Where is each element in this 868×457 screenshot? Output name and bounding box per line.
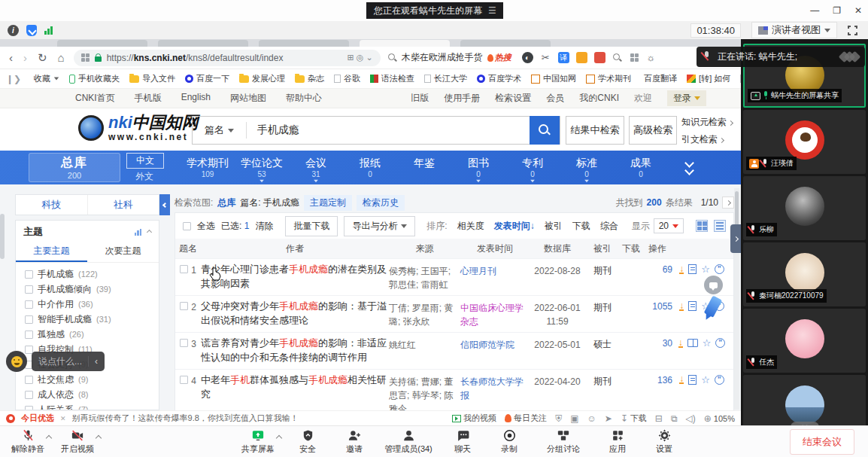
participant-tile[interactable]: 秦珂楠2022710079 <box>743 242 866 306</box>
address-bar[interactable]: https://kns.cnki.net/kns8/defaultresult/… <box>74 50 381 66</box>
screenshot-tool-icon[interactable]: ▣ <box>570 413 578 424</box>
translate-extension-icon[interactable]: 译 <box>558 52 569 63</box>
result-row[interactable]: 1 青少年心理门诊患者手机成瘾的潜在类别及其影响因素 侯秀梅; 王国平; 郭思佳… <box>175 258 733 295</box>
toolbar-button-record[interactable]: 录制 <box>486 428 533 455</box>
cite-quote-icon[interactable]: ” <box>715 375 724 385</box>
paper-source-link[interactable]: 心理月刊 <box>460 263 530 278</box>
search-history-button[interactable]: 检索历史 <box>357 195 405 211</box>
feedback-bubble-button[interactable] <box>704 276 723 294</box>
bookmark-item[interactable]: [转] 如何 <box>687 73 730 84</box>
participant-tile[interactable]: 乐柳 <box>743 176 866 240</box>
database-section-tab[interactable]: 年鉴 <box>397 151 451 184</box>
shield-extension-icon[interactable] <box>576 52 587 63</box>
emoji-tool-icon[interactable]: ☺ <box>587 413 596 424</box>
toolbar-button-breakout[interactable]: 分组讨论 <box>533 428 594 455</box>
next-page-button[interactable] <box>722 197 734 209</box>
toolbar-button-members[interactable]: 管理成员(34) <box>378 428 439 455</box>
row-checkbox[interactable] <box>180 265 188 273</box>
tab-chinese[interactable]: 中文 <box>126 153 164 169</box>
tab-minor-topics[interactable]: 次要主题 <box>87 242 159 262</box>
select-all-label[interactable]: 全选 <box>197 220 215 233</box>
toolbar-button-mic-muted[interactable]: 解除静音 <box>5 428 51 455</box>
open-right-panel-tab[interactable] <box>730 224 741 253</box>
database-section-tab[interactable]: 学术期刊 109 <box>181 151 235 184</box>
search-in-results-button[interactable]: 结果中检索 <box>566 116 624 145</box>
download-tool-button[interactable]: ↧下载 <box>621 413 647 424</box>
topic-checkbox[interactable] <box>25 285 33 294</box>
topic-custom-button[interactable]: 主题定制 <box>304 195 352 211</box>
toolbar-button-camera-off[interactable]: 开启视频 <box>54 428 101 455</box>
result-row[interactable]: 4 中老年手机群体孤独感与手机成瘾相关性研究 关持循; 曹娜; 董思言; 韩学琴… <box>175 369 733 412</box>
extensions-grid-icon[interactable] <box>630 53 639 62</box>
bookmark-item[interactable]: 谷歌 <box>334 73 360 84</box>
page-scrollbar[interactable] <box>734 188 739 410</box>
shield-tool-icon[interactable]: ⛨ <box>555 413 562 424</box>
nav-link[interactable]: 旧版 <box>411 92 429 105</box>
collapse-chat-icon[interactable]: ‹ <box>95 356 98 367</box>
collapse-panel-icon[interactable] <box>147 229 152 234</box>
row-checkbox[interactable] <box>180 376 188 384</box>
network-signal-icon[interactable] <box>44 26 53 35</box>
topic-filter-item[interactable]: 手机成瘾倾向 (39) <box>25 282 159 297</box>
sort-option[interactable]: 被引 <box>545 220 563 233</box>
database-section-tab[interactable]: 图书 0 <box>451 151 505 184</box>
bookmark-item[interactable]: 学术期刊 <box>586 73 631 84</box>
database-section-tab[interactable]: 标准 0 <box>560 151 614 184</box>
advanced-search-button[interactable]: 高级检索 <box>629 116 677 145</box>
paper-authors[interactable]: 姚红红 <box>389 337 460 352</box>
bookmark-item[interactable]: 中国知网 <box>531 73 576 84</box>
cite-quote-icon[interactable]: ” <box>715 338 725 348</box>
scope-value[interactable]: 总库 <box>217 197 235 209</box>
topic-filter-item[interactable]: 孤独感 (26) <box>25 327 159 342</box>
read-icon[interactable] <box>687 339 698 347</box>
sort-option[interactable]: 发表时间↓ <box>494 220 535 233</box>
paper-authors[interactable]: 丁倩; 罗星雨; 黄璐; 张永欣 <box>389 300 460 328</box>
url-text[interactable]: https://kns.cnki.net/kns8/defaultresult/… <box>107 53 284 63</box>
browser-tab[interactable] <box>460 40 551 47</box>
nav-link[interactable]: CNKI首页 <box>75 92 115 105</box>
paper-source-link[interactable]: 信阳师范学院 <box>460 337 530 352</box>
scissors-extension-icon[interactable]: ✂ <box>540 52 551 63</box>
paper-title-link[interactable]: 父母冲突对青少年手机成瘾的影响：基于溢出假说和情绪安全感理论 <box>201 300 389 328</box>
topic-checkbox[interactable] <box>25 300 33 309</box>
tab-main-topics[interactable]: 主要主题 <box>16 242 87 262</box>
tab-social[interactable]: 社科 <box>88 195 159 215</box>
settings-sun-icon[interactable]: ☼ <box>645 52 657 63</box>
bookmark-item[interactable]: 语法检查 <box>370 73 414 84</box>
topic-checkbox[interactable] <box>25 391 33 399</box>
database-section-tab[interactable]: 报纸 0 <box>343 151 397 184</box>
hot-search-suggestion[interactable]: 木柴在欧洲成抢手货 热搜 <box>388 51 511 64</box>
bookmark-item[interactable]: 导入文件 <box>129 73 175 84</box>
sort-option[interactable]: 相关度 <box>457 220 484 233</box>
result-row[interactable]: 3 谎言养育对青少年手机成瘾的影响：非适应性认知的中介和无条件接纳的调节作用 姚… <box>175 332 733 369</box>
window-tool-icon[interactable]: ⧉ <box>671 413 678 424</box>
bookmark-item[interactable]: 手机收藏夹 <box>69 73 120 84</box>
cnki-logo[interactable]: nki中国知网 www.cnki.net <box>78 114 199 142</box>
emoji-button[interactable] <box>6 351 27 372</box>
nav-link[interactable]: 会员 <box>546 92 564 105</box>
tab-science[interactable]: 科技 <box>16 195 88 215</box>
paper-authors[interactable]: 侯秀梅; 王国平; 郭思佳; 雷雨虹 <box>389 263 460 291</box>
row-checkbox[interactable] <box>180 302 188 310</box>
search-input[interactable]: 手机成瘾 <box>247 123 530 137</box>
login-button[interactable]: 登录 <box>667 90 706 106</box>
sort-option[interactable]: 综合 <box>600 220 618 233</box>
topic-filter-item[interactable]: 智能手机成瘾 (31) <box>25 312 159 327</box>
topic-checkbox[interactable] <box>25 331 33 339</box>
topic-filter-item[interactable]: 社交焦虑 (9) <box>25 372 159 387</box>
ad-close-icon[interactable]: ✕ <box>60 415 66 422</box>
home-icon[interactable]: ⌂ <box>58 51 65 64</box>
read-icon[interactable] <box>688 264 697 274</box>
side-panel-icon[interactable]: ❙❯ <box>6 74 21 84</box>
knowledge-search-link[interactable]: 知识元检索 <box>681 116 733 129</box>
close-button[interactable]: ✕ <box>854 5 862 16</box>
download-icon[interactable]: ↓ <box>678 339 683 348</box>
sort-option[interactable]: 下载 <box>572 220 590 233</box>
toolbar-button-apps[interactable]: 应用 <box>594 428 641 455</box>
toolbar-button-settings[interactable]: 设置 <box>641 428 687 455</box>
result-row[interactable]: 2 父母冲突对青少年手机成瘾的影响：基于溢出假说和情绪安全感理论 丁倩; 罗星雨… <box>175 295 733 332</box>
participant-tile[interactable]: 汪瑛倩 <box>743 110 866 174</box>
nav-link[interactable]: 检索设置 <box>495 92 531 105</box>
favorite-star-icon[interactable]: ☆ <box>703 338 712 348</box>
row-checkbox[interactable] <box>180 339 188 347</box>
